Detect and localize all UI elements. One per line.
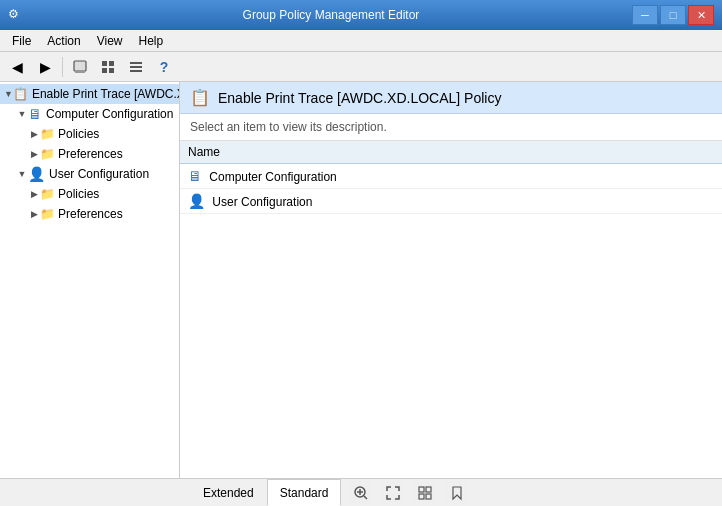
grid-view-icon <box>417 485 433 501</box>
svg-rect-8 <box>130 70 142 72</box>
tree-computer-preferences[interactable]: ▶ 📁 Preferences <box>0 144 179 164</box>
user-config-icon: 👤 <box>28 166 45 182</box>
tree-root[interactable]: ▼ 📋 Enable Print Trace [AWDC.XD.L <box>0 84 179 104</box>
table-row[interactable]: 👤 User Configuration <box>180 189 722 214</box>
help-button[interactable]: ? <box>151 55 177 79</box>
window-controls: ─ □ ✕ <box>632 5 714 25</box>
folder-icon-4: 📁 <box>40 207 55 221</box>
svg-rect-16 <box>426 494 431 499</box>
svg-rect-6 <box>130 62 142 64</box>
table-row[interactable]: 🖥 Computer Configuration <box>180 164 722 189</box>
right-panel-header: 📋 Enable Print Trace [AWDC.XD.LOCAL] Pol… <box>180 82 722 114</box>
toolbar-separator-1 <box>62 57 63 77</box>
console-icon <box>72 59 88 75</box>
status-tabs: Extended Standard <box>0 479 469 506</box>
tree-user-config[interactable]: ▼ 👤 User Configuration <box>0 164 179 184</box>
forward-button[interactable]: ▶ <box>32 55 58 79</box>
close-button[interactable]: ✕ <box>688 5 714 25</box>
expand-user-policies-icon: ▶ <box>28 189 40 199</box>
menu-help[interactable]: Help <box>131 32 172 50</box>
content-table: Name 🖥 Computer Configuration 👤 User Con… <box>180 141 722 214</box>
svg-rect-3 <box>109 61 114 66</box>
toolbar-btn-2[interactable] <box>95 55 121 79</box>
svg-rect-0 <box>74 61 86 71</box>
menu-action[interactable]: Action <box>39 32 88 50</box>
expand-icon <box>385 485 401 501</box>
zoom-in-button[interactable] <box>349 481 373 505</box>
table-cell-user-config[interactable]: 👤 User Configuration <box>180 189 722 214</box>
svg-rect-1 <box>75 71 85 73</box>
tree-root-label: Enable Print Trace [AWDC.XD.L <box>32 87 180 101</box>
menu-file[interactable]: File <box>4 32 39 50</box>
tree-user-policies-label: Policies <box>58 187 99 201</box>
right-panel-description: Select an item to view its description. <box>180 114 722 141</box>
svg-marker-17 <box>453 487 461 499</box>
svg-rect-14 <box>426 487 431 492</box>
tree-user-config-label: User Configuration <box>49 167 149 181</box>
tab-extended[interactable]: Extended <box>190 479 267 506</box>
window-title: Group Policy Management Editor <box>30 8 632 22</box>
bookmark-icon <box>449 485 465 501</box>
right-panel: 📋 Enable Print Trace [AWDC.XD.LOCAL] Pol… <box>180 82 722 478</box>
toolbar-btn-1[interactable] <box>67 55 93 79</box>
svg-rect-5 <box>109 68 114 73</box>
expand-comp-policies-icon: ▶ <box>28 129 40 139</box>
right-panel-content: Name 🖥 Computer Configuration 👤 User Con… <box>180 141 722 478</box>
computer-config-table-icon: 🖥 <box>188 168 202 184</box>
maximize-button[interactable]: □ <box>660 5 686 25</box>
expand-user-icon: ▼ <box>16 169 28 179</box>
table-col-name: Name <box>180 141 722 164</box>
tree-computer-policies[interactable]: ▶ 📁 Policies <box>0 124 179 144</box>
expand-button[interactable] <box>381 481 405 505</box>
folder-icon-3: 📁 <box>40 187 55 201</box>
svg-rect-13 <box>419 487 424 492</box>
folder-icon-1: 📁 <box>40 127 55 141</box>
expand-comp-prefs-icon: ▶ <box>28 149 40 159</box>
svg-line-10 <box>364 496 367 499</box>
right-panel-header-icon: 📋 <box>190 88 210 107</box>
tree-panel: ▼ 📋 Enable Print Trace [AWDC.XD.L ▼ 🖥 Co… <box>0 82 180 478</box>
title-bar: ⚙ Group Policy Management Editor ─ □ ✕ <box>0 0 722 30</box>
expand-root-icon: ▼ <box>4 89 13 99</box>
table-cell-computer-config[interactable]: 🖥 Computer Configuration <box>180 164 722 189</box>
user-config-table-icon: 👤 <box>188 193 205 209</box>
minimize-button[interactable]: ─ <box>632 5 658 25</box>
tab-standard[interactable]: Standard <box>267 479 342 506</box>
status-bar: Extended Standard <box>0 478 722 506</box>
svg-rect-15 <box>419 494 424 499</box>
tree-user-preferences-label: Preferences <box>58 207 123 221</box>
computer-config-table-label: Computer Configuration <box>209 170 336 184</box>
root-policy-icon: 📋 <box>13 87 28 101</box>
computer-config-icon: 🖥 <box>28 106 42 122</box>
tree-user-preferences[interactable]: ▶ 📁 Preferences <box>0 204 179 224</box>
toolbar: ◀ ▶ ? <box>0 52 722 82</box>
grid-icon <box>100 59 116 75</box>
app-icon: ⚙ <box>8 7 24 23</box>
svg-rect-7 <box>130 66 142 68</box>
expand-comp-icon: ▼ <box>16 109 28 119</box>
back-button[interactable]: ◀ <box>4 55 30 79</box>
grid-view-button[interactable] <box>413 481 437 505</box>
bookmark-button[interactable] <box>445 481 469 505</box>
zoom-in-icon <box>353 485 369 501</box>
toolbar-btn-3[interactable] <box>123 55 149 79</box>
right-panel-title: Enable Print Trace [AWDC.XD.LOCAL] Polic… <box>218 90 501 106</box>
svg-rect-4 <box>102 68 107 73</box>
folder-icon-2: 📁 <box>40 147 55 161</box>
expand-user-prefs-icon: ▶ <box>28 209 40 219</box>
svg-rect-2 <box>102 61 107 66</box>
main-area: ▼ 📋 Enable Print Trace [AWDC.XD.L ▼ 🖥 Co… <box>0 82 722 478</box>
menu-view[interactable]: View <box>89 32 131 50</box>
tree-computer-preferences-label: Preferences <box>58 147 123 161</box>
status-icons <box>349 481 469 505</box>
user-config-table-label: User Configuration <box>212 195 312 209</box>
list-icon <box>128 59 144 75</box>
menu-bar: File Action View Help <box>0 30 722 52</box>
tree-computer-config-label: Computer Configuration <box>46 107 173 121</box>
tree-computer-config[interactable]: ▼ 🖥 Computer Configuration <box>0 104 179 124</box>
tree-user-policies[interactable]: ▶ 📁 Policies <box>0 184 179 204</box>
tree-computer-policies-label: Policies <box>58 127 99 141</box>
description-text: Select an item to view its description. <box>190 120 387 134</box>
